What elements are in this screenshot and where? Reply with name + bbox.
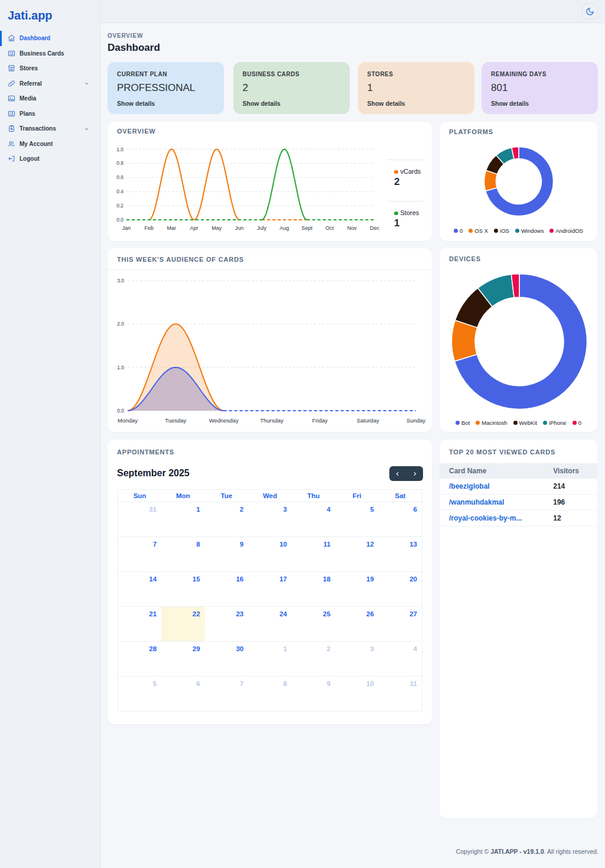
svg-text:0.6: 0.6 <box>116 174 123 180</box>
svg-text:Aug: Aug <box>279 225 289 231</box>
svg-text:Jun: Jun <box>235 225 244 231</box>
svg-text:Wednesday: Wednesday <box>209 417 239 424</box>
svg-text:Thursday: Thursday <box>260 417 284 424</box>
svg-text:0.4: 0.4 <box>116 188 123 194</box>
svg-text:May: May <box>212 225 222 231</box>
svg-text:1.0: 1.0 <box>116 147 123 152</box>
svg-text:Saturday: Saturday <box>357 417 379 424</box>
svg-text:0.0: 0.0 <box>117 408 124 414</box>
svg-text:Mar: Mar <box>167 225 177 231</box>
svg-text:2.0: 2.0 <box>117 321 124 327</box>
svg-text:Sunday: Sunday <box>406 417 425 424</box>
svg-text:1.0: 1.0 <box>117 365 124 370</box>
svg-text:0.0: 0.0 <box>116 217 123 223</box>
svg-text:Sept: Sept <box>301 225 313 231</box>
svg-text:Friday: Friday <box>312 417 328 424</box>
svg-text:Dec: Dec <box>370 225 380 231</box>
svg-text:Feb: Feb <box>144 225 154 231</box>
svg-text:Apr: Apr <box>190 225 199 231</box>
svg-text:Tuesday: Tuesday <box>165 417 186 424</box>
svg-text:Nov: Nov <box>347 225 357 231</box>
svg-text:Oct: Oct <box>326 225 334 231</box>
svg-text:0.2: 0.2 <box>116 203 123 209</box>
svg-text:3.0: 3.0 <box>117 278 124 284</box>
svg-text:Jan: Jan <box>122 225 131 231</box>
svg-text:July: July <box>257 225 267 231</box>
svg-text:0.8: 0.8 <box>116 160 123 166</box>
svg-text:Monday: Monday <box>118 417 138 424</box>
